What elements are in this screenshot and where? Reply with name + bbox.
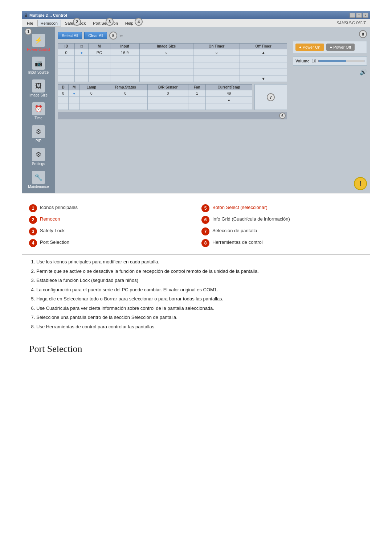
col-on-timer: On Timer [193,44,240,49]
screen-select-panel: 7 [254,84,287,110]
col-m: M [89,44,110,49]
legend-left: 1 Iconos principales 2 Remocon 3 Safety … [29,204,191,247]
status-bar: 6 [58,112,287,119]
lower-col-fan: Fan [188,85,206,90]
legend-text-1: Iconos principales [40,204,78,211]
warning-icon: ! [354,177,367,190]
badge-1: 1 [25,28,32,35]
lower-cell-current-temp: 49 [206,90,252,97]
badge-6: 6 [279,112,286,119]
power-control-icon: ⚡ [32,34,45,47]
sidebar-item-settings[interactable]: ⚙ Settings [24,147,53,167]
main-content: Select All Clear All 5 le ID □ M Input I… [55,27,290,193]
sidebar-item-pip[interactable]: ⚙ PIP [24,124,53,144]
power-on-button[interactable]: ● Power On [295,44,324,51]
toolbar-badge-5: 5 [109,32,117,40]
settings-icon: ⚙ [32,148,45,161]
menu-file[interactable]: File [24,20,37,26]
badge-8: 8 [359,30,367,38]
lower-cell-d: 0 [58,90,69,97]
table-row: 0 ● PC 16:9 ○ ○ ▲ [58,49,287,56]
col-input: Input [110,44,139,49]
lower-col-d: D [58,85,69,90]
legend-item-7: 7 Selección de pantalla [201,227,363,235]
col-off-timer: Off Timer [240,44,287,49]
legend-badge-5: 5 [201,204,209,212]
lower-row-2: ▲ [58,97,252,103]
legend-badge-6: 6 [201,216,209,224]
time-icon: ⏰ [32,102,45,115]
title-bar-left: 🖥 Multiple D... Control [24,13,67,18]
list-item-1: Use los iconos principales para modifica… [36,258,363,266]
cell-m: PC [89,49,110,56]
legend-item-4: 4 Port Selection [29,239,191,247]
legend-section: 1 Iconos principales 2 Remocon 3 Safety … [22,204,370,247]
app-window: 🖥 Multiple D... Control _ □ × File Remoc… [22,11,370,193]
legend-badge-3: 3 [29,227,37,235]
cell-checkbox[interactable]: ● [75,49,89,56]
badge-8-container: 8 [293,30,367,38]
lower-col-m: M [69,85,80,90]
lower-cell-br-senser: 0 [148,90,188,97]
toolbar-suffix: le [119,33,123,38]
lower-row-3 [58,103,252,110]
cell-on-timer: ○ [139,49,193,56]
sidebar-item-time[interactable]: ⏰ Time [24,101,53,122]
close-button[interactable]: × [363,13,368,18]
clear-all-button[interactable]: Clear All [84,32,107,39]
title-bar-controls[interactable]: _ □ × [350,13,368,18]
list-item-2: Permite que se active o se desactive la … [36,268,363,275]
volume-slider[interactable] [318,60,364,62]
pip-label: PIP [36,139,41,143]
select-all-button[interactable]: Select All [58,32,82,39]
legend-text-6: Info Grid (Cuadrícula de información) [212,216,290,222]
cell-off-timer: ○ [193,49,240,56]
legend-text-3: Safety Lock [40,227,65,234]
image-size-label: Image Size [29,93,48,97]
volume-value: 10 [312,59,316,63]
power-off-button[interactable]: ● Power Off [326,44,355,51]
right-panel-spacer [293,78,367,174]
legend-text-2: Remocon [40,216,60,222]
legend-badge-2: 2 [29,216,37,224]
time-label: Time [34,116,42,120]
divider-1 [22,254,370,255]
sidebar-item-maintenance[interactable]: 🔧 Maintenance [24,169,53,190]
legend-item-5: 5 Botón Select (seleccionar) [201,204,363,212]
list-item-6: Use Cuadrícula para ver cierta informaci… [36,305,363,312]
list-item-7: Seleccione una pantalla dentro de la sec… [36,314,363,321]
legend-item-1: 1 Iconos principales [29,204,191,212]
badge-7: 7 [267,93,275,101]
table-row-empty-4: ▼ [58,75,287,82]
instructions-list: Use los iconos principales para modifica… [29,258,363,330]
lower-cell-m: ● [69,90,80,97]
list-item-5: Haga clic en Seleccionar todo o Borrar p… [36,295,363,303]
lower-col-lamp: Lamp [80,85,103,90]
legend-badge-8: 8 [201,239,209,247]
divider-2 [22,336,370,336]
pip-icon: ⚙ [32,125,45,138]
cell-image-size: 16:9 [110,49,139,56]
sidebar-item-power-control[interactable]: ⚡ Power Control [24,32,53,53]
sidebar-item-image-size[interactable]: 🖼 Image Size [24,78,53,99]
cell-id: 0 [58,49,75,56]
legend-item-2: 2 Remocon [29,216,191,224]
legend-text-8: Herramientas de control [212,239,263,246]
sidebar-item-input-source[interactable]: 📷 Input Source [24,55,53,76]
table-row-empty-1 [58,56,287,62]
list-item-4: La configuración para el puerto serie de… [36,286,363,294]
legend-right: 5 Botón Select (seleccionar) 6 Info Grid… [201,204,363,247]
legend-item-6: 6 Info Grid (Cuadrícula de información) [201,216,363,224]
menu-remocon[interactable]: Remocon [37,20,61,26]
maximize-button[interactable]: □ [356,13,362,18]
power-control-label: Power Control [27,48,50,52]
minimize-button[interactable]: _ [350,13,355,18]
lower-table-row: 0 ● 0 0 0 1 49 [58,90,252,97]
app-title: Multiple D... Control [29,13,67,17]
sidebar: 1 ⚡ Power Control 📷 Input Source 🖼 Image… [22,27,55,193]
lower-cell-temp-status: 0 [103,90,148,97]
numbered-list: Use los iconos principales para modifica… [22,258,370,330]
lower-col-temp-status: Temp.Status [103,85,148,90]
volume-icon-container: 🔊 [293,69,367,75]
title-bar: 🖥 Multiple D... Control _ □ × [22,11,370,19]
